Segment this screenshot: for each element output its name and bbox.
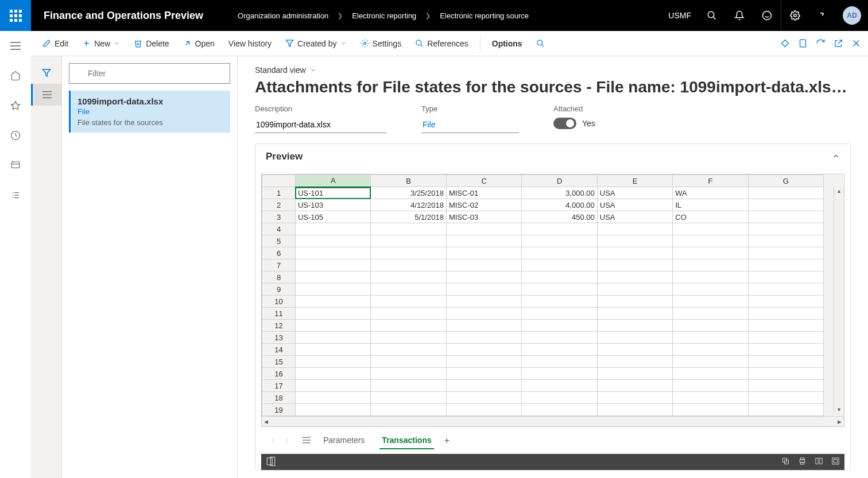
cell-F7[interactable] xyxy=(673,259,748,271)
sheet-next-button[interactable]: 〉 xyxy=(285,436,292,446)
cell-C5[interactable] xyxy=(446,235,521,247)
cell-F16[interactable] xyxy=(673,368,748,380)
cell-B14[interactable] xyxy=(371,344,446,356)
notifications-button[interactable] xyxy=(726,0,753,31)
cell-C6[interactable] xyxy=(446,247,521,259)
cell-G18[interactable] xyxy=(748,392,823,404)
cell-B7[interactable] xyxy=(371,259,446,271)
row-header-6[interactable]: 6 xyxy=(262,247,296,259)
filter-rail-funnel[interactable] xyxy=(31,62,62,84)
view-history-button[interactable]: View history xyxy=(224,37,276,50)
cell-A9[interactable] xyxy=(295,283,370,296)
cell-F18[interactable] xyxy=(673,392,748,404)
cell-E6[interactable] xyxy=(597,247,672,259)
cell-F4[interactable] xyxy=(673,223,748,235)
cell-F15[interactable] xyxy=(673,356,748,368)
options-button[interactable]: Options xyxy=(487,37,527,50)
column-header-D[interactable]: D xyxy=(522,175,597,187)
cell-F6[interactable] xyxy=(673,247,748,259)
cell-F5[interactable] xyxy=(673,235,748,247)
cell-C13[interactable] xyxy=(446,332,521,344)
cell-E12[interactable] xyxy=(597,320,672,332)
row-header-4[interactable]: 4 xyxy=(262,223,296,235)
cell-G13[interactable] xyxy=(748,332,823,344)
sheet-tab-transactions[interactable]: Transactions xyxy=(379,432,433,449)
cell-B17[interactable] xyxy=(371,380,446,392)
settings-action-button[interactable]: Settings xyxy=(356,37,406,50)
cell-E11[interactable] xyxy=(597,308,672,320)
cell-E15[interactable] xyxy=(597,356,672,368)
cell-C1[interactable]: MISC-01 xyxy=(446,187,521,199)
cell-B6[interactable] xyxy=(371,247,446,259)
cell-D2[interactable]: 4,000.00 xyxy=(522,199,597,211)
cell-E16[interactable] xyxy=(597,368,672,380)
list-item[interactable]: 1099import-data.xlsx File File states fo… xyxy=(69,91,230,133)
cell-E10[interactable] xyxy=(597,296,672,308)
sheet-prev-button[interactable]: 〈 xyxy=(268,436,275,446)
edit-button[interactable]: Edit xyxy=(38,37,73,50)
view-selector[interactable]: Standard view xyxy=(255,65,316,75)
cell-B3[interactable]: 5/1/2018 xyxy=(371,211,446,223)
cell-C8[interactable] xyxy=(446,271,521,283)
cell-G8[interactable] xyxy=(748,271,823,283)
references-button[interactable]: References xyxy=(410,37,473,50)
cell-B12[interactable] xyxy=(371,320,446,332)
cell-E5[interactable] xyxy=(597,235,672,247)
cell-D14[interactable] xyxy=(522,344,597,356)
cell-B11[interactable] xyxy=(371,308,446,320)
breadcrumb-item-1[interactable]: Electronic reporting xyxy=(352,11,416,20)
cell-C18[interactable] xyxy=(446,392,521,404)
feedback-button[interactable] xyxy=(753,0,781,31)
vertical-scrollbar[interactable]: ▲▼ xyxy=(834,187,844,414)
cell-F10[interactable] xyxy=(673,296,748,308)
row-header-8[interactable]: 8 xyxy=(262,271,296,283)
cell-D18[interactable] xyxy=(522,392,597,404)
user-avatar[interactable]: AD xyxy=(843,6,861,25)
cell-G14[interactable] xyxy=(748,344,823,356)
cell-G3[interactable] xyxy=(748,211,823,223)
popout-button[interactable] xyxy=(834,38,843,48)
cell-C19[interactable] xyxy=(446,404,521,416)
attachment-button[interactable] xyxy=(780,38,790,48)
column-header-F[interactable]: F xyxy=(673,175,748,187)
help-button[interactable] xyxy=(808,0,836,31)
cell-E3[interactable]: USA xyxy=(597,211,672,223)
nav-favorites[interactable] xyxy=(5,96,26,115)
cell-D16[interactable] xyxy=(522,368,597,380)
cell-G5[interactable] xyxy=(748,235,823,247)
cell-B8[interactable] xyxy=(371,271,446,283)
description-input[interactable] xyxy=(255,116,387,133)
cell-E7[interactable] xyxy=(597,259,672,271)
created-by-button[interactable]: Created by xyxy=(281,37,351,50)
cell-D12[interactable] xyxy=(522,320,597,332)
cell-A17[interactable] xyxy=(295,380,370,392)
cell-A13[interactable] xyxy=(295,332,370,344)
row-header-10[interactable]: 10 xyxy=(262,296,296,308)
breadcrumb-item-0[interactable]: Organization administration xyxy=(238,11,328,20)
nav-expand-button[interactable] xyxy=(5,37,26,55)
cell-G17[interactable] xyxy=(748,380,823,392)
open-button[interactable]: Open xyxy=(179,37,219,50)
cell-D8[interactable] xyxy=(522,271,597,283)
cell-E9[interactable] xyxy=(597,283,672,296)
sheet-tab-parameters[interactable]: Parameters xyxy=(321,432,367,449)
cell-B4[interactable] xyxy=(371,223,446,235)
filter-rail-list[interactable] xyxy=(31,84,62,106)
office-button[interactable] xyxy=(798,38,808,48)
cell-D3[interactable]: 450.00 xyxy=(522,211,597,223)
settings-button[interactable] xyxy=(781,0,808,31)
cell-F11[interactable] xyxy=(673,308,748,320)
cell-B10[interactable] xyxy=(371,296,446,308)
cell-D7[interactable] xyxy=(522,259,597,271)
row-header-12[interactable]: 12 xyxy=(262,320,296,332)
fullscreen-button[interactable] xyxy=(831,457,840,467)
cell-F8[interactable] xyxy=(673,271,748,283)
cell-A15[interactable] xyxy=(295,356,370,368)
cell-D4[interactable] xyxy=(522,223,597,235)
cell-B9[interactable] xyxy=(371,283,446,296)
cell-F17[interactable] xyxy=(673,380,748,392)
horizontal-scrollbar[interactable]: ◀▶ xyxy=(262,416,844,426)
cell-D17[interactable] xyxy=(522,380,597,392)
column-header-C[interactable]: C xyxy=(446,175,521,187)
cell-F12[interactable] xyxy=(673,320,748,332)
